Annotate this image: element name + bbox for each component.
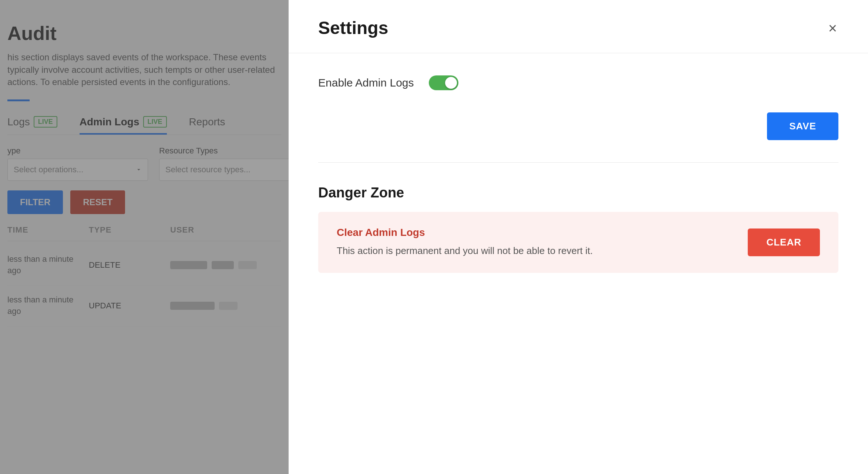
close-button[interactable]: ×: [827, 19, 838, 37]
danger-zone-card: Clear Admin Logs This action is permanen…: [318, 212, 838, 273]
admin-logs-toggle[interactable]: [429, 75, 458, 90]
clear-admin-logs-heading: Clear Admin Logs: [337, 227, 733, 238]
settings-header: Settings ×: [289, 0, 868, 53]
save-row: SAVE: [318, 112, 838, 163]
save-button[interactable]: SAVE: [767, 112, 838, 140]
settings-title: Settings: [318, 18, 388, 38]
clear-admin-logs-description: This action is permanent and you will no…: [337, 244, 596, 258]
settings-panel: Settings × Enable Admin Logs SAVE Danger…: [289, 0, 868, 474]
enable-admin-logs-row: Enable Admin Logs: [318, 75, 838, 90]
settings-body: Enable Admin Logs SAVE Danger Zone Clear…: [289, 53, 868, 474]
danger-zone-title: Danger Zone: [318, 185, 838, 201]
clear-button[interactable]: CLEAR: [748, 228, 820, 256]
toggle-slider: [429, 75, 458, 90]
danger-card-content: Clear Admin Logs This action is permanen…: [337, 227, 733, 258]
background-overlay: [0, 0, 289, 474]
enable-admin-logs-label: Enable Admin Logs: [318, 77, 414, 89]
